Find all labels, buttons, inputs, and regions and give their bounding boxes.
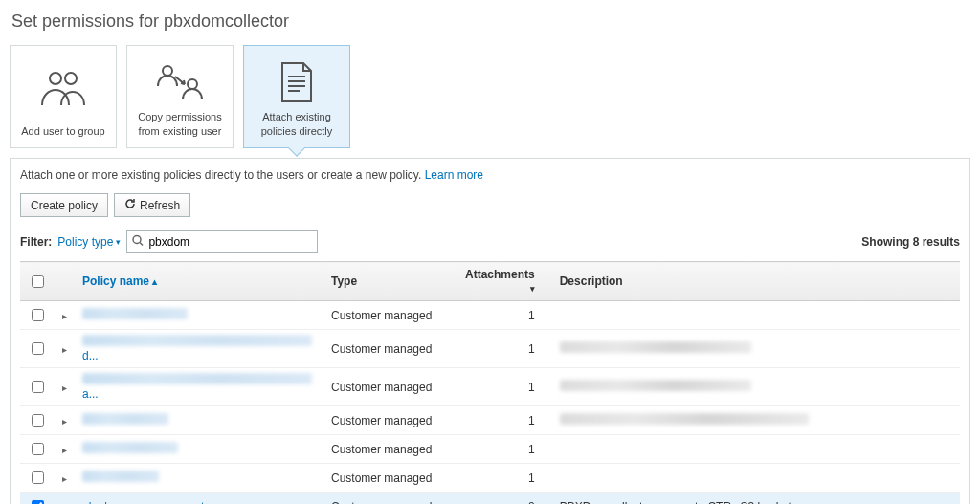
column-header-type[interactable]: Type	[323, 262, 457, 301]
redacted-policy-name[interactable]	[82, 442, 178, 453]
attachments-count: 0	[457, 493, 552, 505]
attachments-count: 1	[457, 301, 552, 330]
policy-description	[552, 330, 960, 368]
policy-type: Customer managed	[323, 330, 457, 368]
svg-point-2	[163, 66, 172, 76]
expand-row-icon[interactable]: ▸	[62, 344, 67, 355]
refresh-button[interactable]: Refresh	[114, 193, 190, 217]
name-suffix: d...	[82, 349, 99, 362]
policy-type: Customer managed	[323, 435, 457, 464]
policy-description	[552, 435, 960, 464]
policy-type: Customer managed	[323, 368, 457, 406]
policy-description: PBXDom collector access to CTRs S3 bucke…	[552, 493, 960, 505]
redacted-policy-name[interactable]	[82, 335, 312, 346]
row-checkbox[interactable]	[32, 471, 44, 484]
policy-description	[552, 464, 960, 493]
redacted-policy-name[interactable]	[82, 413, 168, 425]
attachments-count: 1	[457, 330, 552, 368]
svg-point-1	[65, 73, 77, 84]
svg-point-3	[188, 79, 197, 89]
expand-row-icon[interactable]: ▸	[62, 445, 67, 455]
svg-line-9	[140, 243, 143, 246]
table-row: ▸Customer managed1	[20, 301, 960, 330]
column-header-name[interactable]: Policy name▴	[75, 262, 323, 301]
option-attach-existing-policies[interactable]: Attach existing policies directly	[243, 45, 350, 148]
policy-description	[552, 368, 960, 406]
name-suffix: a...	[82, 387, 99, 401]
option-copy-permissions[interactable]: Copy permissions from existing user	[126, 45, 234, 148]
table-row: ▸ a...Customer managed1	[20, 368, 960, 406]
expand-row-icon[interactable]: ▸	[62, 311, 67, 321]
create-policy-button[interactable]: Create policy	[20, 193, 108, 217]
help-text: Attach one or more existing policies dir…	[20, 168, 960, 182]
page-title: Set permissions for pbxdomcollector	[11, 11, 970, 32]
permission-options: Add user to group Copy permissions from …	[10, 45, 970, 148]
redacted-policy-name[interactable]	[82, 373, 312, 384]
attachments-count: 1	[457, 368, 552, 406]
svg-point-8	[133, 236, 141, 244]
policy-description	[552, 301, 960, 330]
chevron-down-icon: ▾	[116, 237, 121, 247]
row-checkbox[interactable]	[32, 381, 44, 393]
expand-row-icon[interactable]: ▸	[62, 383, 67, 393]
column-header-description[interactable]: Description	[552, 262, 960, 301]
table-row: ▸Customer managed1	[20, 435, 960, 464]
attachments-count: 1	[457, 435, 552, 464]
redacted-policy-name[interactable]	[82, 308, 188, 319]
policy-name-link[interactable]: pbxdomamazonconnect	[82, 500, 204, 505]
sort-desc-icon: ▾	[530, 284, 535, 294]
row-checkbox[interactable]	[32, 500, 44, 504]
row-checkbox[interactable]	[32, 414, 44, 427]
option-label: Add user to group	[21, 124, 104, 138]
users-group-icon	[38, 54, 88, 124]
table-row: ▸ d...Customer managed1	[20, 330, 960, 368]
attachments-count: 1	[457, 464, 552, 493]
expand-row-icon[interactable]: ▸	[62, 473, 67, 484]
row-checkbox[interactable]	[32, 342, 44, 355]
filter-policy-type[interactable]: Policy type ▾	[57, 235, 121, 249]
policy-type: Customer managed	[323, 464, 457, 493]
copy-user-icon	[152, 54, 208, 110]
policies-panel: Attach one or more existing policies dir…	[10, 158, 970, 504]
filter-label: Filter:	[20, 235, 52, 249]
attachments-count: 1	[457, 406, 552, 435]
policy-document-icon	[278, 54, 315, 110]
row-checkbox[interactable]	[32, 443, 44, 455]
refresh-icon	[124, 198, 136, 212]
redacted-policy-name[interactable]	[82, 471, 159, 482]
column-header-attachments[interactable]: Attachments ▾	[457, 262, 552, 301]
option-label: Copy permissions from existing user	[133, 110, 227, 138]
search-icon	[132, 235, 144, 250]
learn-more-link[interactable]: Learn more	[425, 168, 483, 182]
policies-table: Policy name▴ Type Attachments ▾ Descript…	[20, 261, 960, 504]
results-count: Showing 8 results	[861, 235, 960, 249]
policy-description	[552, 406, 960, 435]
table-row: ▸Customer managed1	[20, 406, 960, 435]
policy-type: Customer managed	[323, 493, 457, 505]
expand-row-icon[interactable]: ▸	[62, 416, 67, 427]
search-input[interactable]	[126, 230, 318, 253]
table-row: ▸pbxdomamazonconnectCustomer managed0PBX…	[20, 493, 960, 505]
row-checkbox[interactable]	[32, 309, 44, 321]
table-row: ▸Customer managed1	[20, 464, 960, 493]
select-all-checkbox[interactable]	[32, 275, 44, 288]
option-label: Attach existing policies directly	[250, 110, 344, 138]
sort-asc-icon: ▴	[152, 276, 157, 287]
policy-type: Customer managed	[323, 406, 457, 435]
svg-point-0	[50, 73, 61, 84]
option-add-user-to-group[interactable]: Add user to group	[10, 45, 117, 148]
policy-type: Customer managed	[323, 301, 457, 330]
